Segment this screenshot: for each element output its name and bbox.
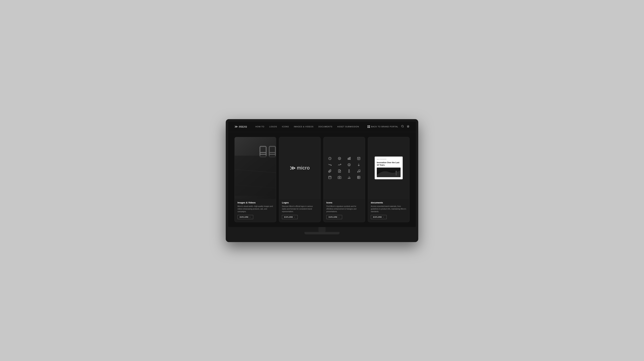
logo-display-wordmark: micro <box>297 165 310 171</box>
card-logos: ≫ micro Logos Discover Micro's official … <box>279 137 320 222</box>
icon-music <box>355 169 362 173</box>
svg-rect-42 <box>396 172 397 175</box>
search-button[interactable] <box>401 125 404 128</box>
nav-asset-submission[interactable]: ASSET SUBMISSION <box>338 126 359 128</box>
icon-trending-up <box>336 163 343 166</box>
navigation: ≫ micro HOW-TO LOGOS ICONS IMAGES & VIDE… <box>228 122 416 132</box>
logos-visual: ≫ micro <box>279 137 320 199</box>
svg-rect-28 <box>328 176 331 179</box>
icon-chart-complex <box>346 176 352 179</box>
svg-point-26 <box>357 172 358 172</box>
logo-display: ≫ micro <box>290 165 310 171</box>
nav-documents[interactable]: DOCUMENTS <box>318 126 332 128</box>
card-logos-info: Logos Discover Micro's official logos in… <box>279 199 320 222</box>
icon-layout <box>355 157 362 160</box>
card-icons-media <box>324 137 365 199</box>
svg-point-13 <box>339 158 339 158</box>
card-documents-title: documents <box>371 201 406 204</box>
nav-how-to[interactable]: HOW-TO <box>256 126 264 128</box>
logo[interactable]: ≫ micro <box>234 125 247 129</box>
card-logos-explore[interactable]: EXPLORE → <box>282 215 298 219</box>
icon-paperclip <box>326 169 333 173</box>
icon-arrow-down <box>355 163 362 166</box>
card-documents: Whitepaper Innovation Over the Last 10 Y… <box>368 137 410 222</box>
grid-icon <box>368 125 370 128</box>
nav-right: BACK TO BRAND PORTAL <box>368 125 410 128</box>
card-documents-media: Whitepaper Innovation Over the Last 10 Y… <box>368 137 409 199</box>
svg-point-43 <box>396 171 397 172</box>
icon-table <box>355 176 362 179</box>
card-images-videos-explore[interactable]: EXPLORE → <box>238 215 253 219</box>
nav-images-videos[interactable]: IMAGES & VIDEOS <box>294 126 314 128</box>
icon-clock <box>326 157 333 160</box>
svg-point-32 <box>339 177 340 178</box>
whitepaper-preview: Whitepaper Innovation Over the Last 10 Y… <box>375 157 403 179</box>
icon-thermometer <box>346 169 352 173</box>
whitepaper-label: Whitepaper <box>377 159 400 160</box>
svg-rect-8 <box>235 155 276 196</box>
icon-calendar <box>326 176 333 179</box>
card-documents-explore[interactable]: EXPLORE → <box>371 215 386 219</box>
card-icons-explore[interactable]: EXPLORE → <box>326 215 342 219</box>
back-to-brand-portal-button[interactable]: BACK TO BRAND PORTAL <box>368 125 398 128</box>
svg-point-0 <box>402 125 404 127</box>
card-documents-desc: Access essential brand materials, from g… <box>371 205 406 213</box>
ai-sparkle-button[interactable] <box>407 125 410 128</box>
back-portal-label: BACK TO BRAND PORTAL <box>371 126 398 128</box>
documents-visual: Whitepaper Innovation Over the Last 10 Y… <box>368 137 409 199</box>
main-content: Images & Videos Micro's visual world—hig… <box>228 132 416 227</box>
card-images-videos-desc: Micro's visual world—high-quality images… <box>238 205 273 213</box>
nav-logos[interactable]: LOGOS <box>269 126 277 128</box>
card-images-videos-title: Images & Videos <box>238 201 273 204</box>
svg-rect-37 <box>357 176 360 179</box>
card-icons-desc: Find Micro's signature symbols and for e… <box>326 205 362 213</box>
logo-display-chevrons: ≫ <box>290 165 295 171</box>
svg-point-12 <box>338 157 341 160</box>
monitor-bezel: ≫ micro HOW-TO LOGOS ICONS IMAGES & VIDE… <box>226 119 418 242</box>
card-images-videos-media <box>235 137 276 199</box>
svg-rect-15 <box>348 158 348 159</box>
icon-bar-chart <box>346 157 352 160</box>
card-logos-desc: Discover Micro's official logos in vario… <box>282 205 318 213</box>
logo-icon: ≫ <box>234 125 238 129</box>
nav-links: HOW-TO LOGOS ICONS IMAGES & VIDEOS DOCUM… <box>256 126 368 128</box>
monitor-neck <box>318 227 326 232</box>
svg-point-14 <box>340 158 340 158</box>
icon-trending-down <box>326 163 333 166</box>
images-videos-visual <box>235 137 276 199</box>
logo-text: micro <box>239 125 247 129</box>
card-logos-title: Logos <box>282 201 318 204</box>
icon-download-circle <box>346 163 352 166</box>
card-icons: Icons Find Micro's signature symbols and… <box>324 137 365 222</box>
icons-visual <box>324 137 365 199</box>
svg-rect-16 <box>349 158 349 160</box>
monitor-screen: ≫ micro HOW-TO LOGOS ICONS IMAGES & VIDE… <box>228 122 416 227</box>
svg-rect-17 <box>350 157 350 160</box>
card-icons-title: Icons <box>326 201 362 204</box>
nav-icons[interactable]: ICONS <box>282 126 289 128</box>
card-images-videos-info: Images & Videos Micro's visual world—hig… <box>235 199 276 222</box>
icon-camera <box>336 176 343 179</box>
icon-smiley <box>336 157 343 160</box>
card-icons-info: Icons Find Micro's signature symbols and… <box>324 199 365 222</box>
whitepaper-title: Innovation Over the Last 10 Years. <box>377 161 400 166</box>
whitepaper-image <box>377 168 400 177</box>
notebook-svg <box>235 137 276 199</box>
monitor-stand-base <box>304 232 340 234</box>
card-documents-info: documents Access essential brand materia… <box>368 199 409 222</box>
card-logos-media: ≫ micro <box>279 137 320 199</box>
icons-grid <box>326 157 362 179</box>
svg-point-27 <box>359 171 360 172</box>
icon-file-text <box>336 169 343 173</box>
card-images-videos: Images & Videos Micro's visual world—hig… <box>234 137 276 222</box>
